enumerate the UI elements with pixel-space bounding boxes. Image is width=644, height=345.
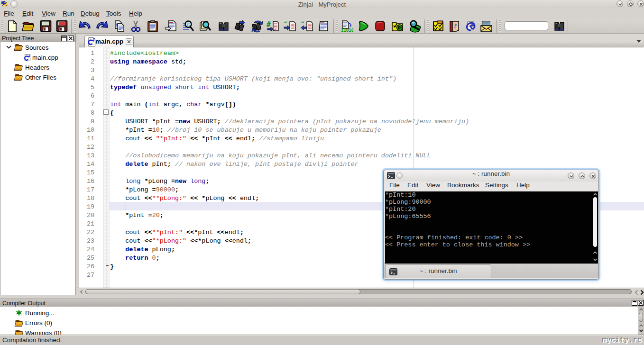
svg-text:C: C	[187, 22, 190, 27]
svg-text:11010: 11010	[341, 28, 353, 33]
svg-text:?: ?	[453, 22, 457, 30]
svg-text:01: 01	[412, 22, 416, 26]
svg-text:“: “	[284, 20, 287, 27]
svg-text:#: #	[267, 20, 271, 29]
